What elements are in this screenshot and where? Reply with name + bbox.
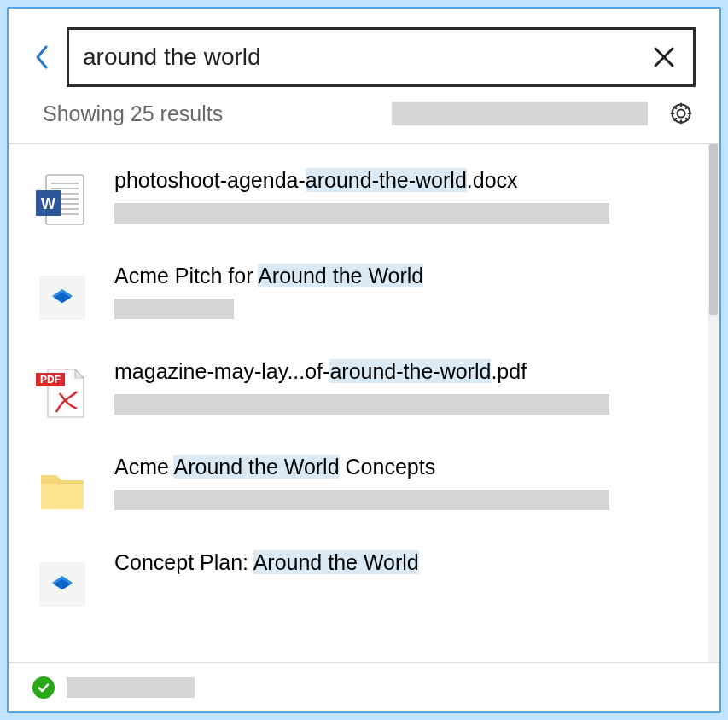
svg-text:PDF: PDF: [40, 374, 61, 386]
result-title: magazine-may-lay...of-around-the-world.p…: [114, 359, 682, 384]
docx-file-icon: W: [34, 171, 90, 233]
results-area: W photoshoot-agenda-around-the-world.doc…: [9, 144, 719, 662]
settings-button[interactable]: [667, 99, 696, 128]
result-title: Acme Around the World Concepts: [114, 455, 682, 479]
chevron-left-icon: [34, 42, 51, 73]
svg-point-2: [678, 110, 685, 118]
placeholder-bar: [67, 677, 195, 698]
clear-search-button[interactable]: [649, 42, 679, 73]
result-meta-placeholder: [114, 203, 609, 224]
result-row[interactable]: Acme Around the World Concepts: [9, 439, 708, 535]
result-title: Concept Plan: Around the World: [114, 550, 682, 575]
gear-icon: [668, 101, 694, 126]
sync-status-badge: [32, 676, 55, 699]
result-row[interactable]: PDF magazine-may-lay...of-around-the-wor…: [9, 344, 708, 439]
footer: [9, 662, 719, 711]
check-icon: [37, 681, 50, 694]
result-body: photoshoot-agenda-around-the-world.docx: [114, 168, 682, 224]
close-icon: [653, 46, 675, 68]
result-body: Acme Pitch for Around the World: [114, 264, 682, 319]
search-box[interactable]: [67, 27, 696, 87]
result-meta-placeholder: [114, 299, 234, 319]
placeholder-bar: [392, 102, 648, 125]
header: [9, 9, 719, 87]
search-input[interactable]: [83, 44, 640, 71]
results-list: W photoshoot-agenda-around-the-world.doc…: [9, 144, 708, 662]
folder-file-icon: [34, 458, 90, 520]
svg-text:W: W: [41, 195, 55, 212]
result-row[interactable]: W photoshoot-agenda-around-the-world.doc…: [9, 153, 708, 248]
dropbox-file-icon: [34, 554, 90, 615]
result-body: magazine-may-lay...of-around-the-world.p…: [114, 359, 682, 415]
scrollbar-thumb[interactable]: [709, 144, 718, 315]
result-title: Acme Pitch for Around the World: [114, 264, 682, 288]
svg-point-3: [673, 105, 690, 123]
result-meta-placeholder: [114, 394, 609, 415]
dropbox-file-icon: [34, 267, 90, 328]
subheader: Showing 25 results: [9, 87, 719, 143]
result-meta-placeholder: [114, 490, 609, 510]
result-body: Concept Plan: Around the World: [114, 550, 682, 575]
result-row[interactable]: Concept Plan: Around the World: [9, 535, 708, 630]
result-title: photoshoot-agenda-around-the-world.docx: [114, 168, 682, 193]
search-panel: Showing 25 results W photoshoot-agenda-a…: [7, 7, 721, 713]
back-button[interactable]: [32, 40, 53, 74]
scrollbar[interactable]: [708, 144, 719, 662]
result-row[interactable]: Acme Pitch for Around the World: [9, 248, 708, 344]
results-count: Showing 25 results: [43, 102, 223, 126]
result-body: Acme Around the World Concepts: [114, 455, 682, 510]
pdf-file-icon: PDF: [34, 363, 90, 424]
